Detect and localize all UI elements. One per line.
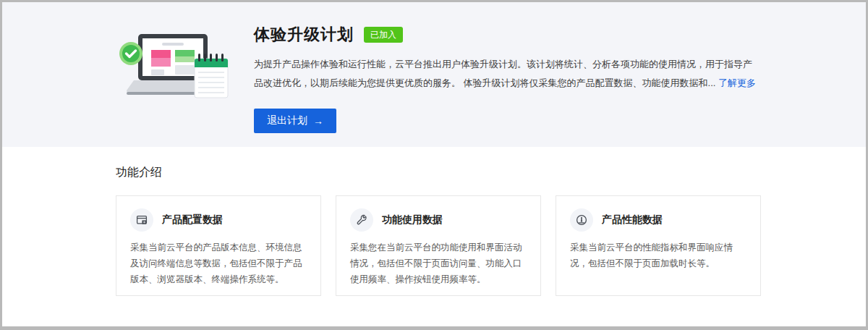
card-title: 产品配置数据 xyxy=(162,213,223,227)
card-description: 采集当前云平台的性能指标和界面响应情况，包括但不限于页面加载时长等。 xyxy=(570,240,746,271)
card-title: 功能使用数据 xyxy=(382,213,443,227)
hero-content: 体验升级计划 已加入 为提升产品操作体验和运行性能，云平台推出用户体验升级计划。… xyxy=(254,24,775,133)
arrow-right-icon: → xyxy=(313,116,323,126)
window-config-icon xyxy=(130,208,153,232)
page-title: 体验升级计划 xyxy=(254,24,354,46)
quit-plan-button-label: 退出计划 xyxy=(267,114,307,127)
quit-plan-button[interactable]: 退出计划 → xyxy=(254,109,336,133)
features-heading: 功能介绍 xyxy=(116,165,866,180)
feature-cards: 产品配置数据 采集当前云平台的产品版本信息、环境信息及访问终端信息等数据，包括但… xyxy=(116,195,866,296)
plan-description: 为提升产品操作体验和运行性能，云平台推出用户体验升级计划。该计划将统计、分析各项… xyxy=(254,55,760,93)
laptop-checkmark-illustration xyxy=(114,31,234,103)
features-section: 功能介绍 产品配置数据 采集当前云平台的产品版本信息、环境信息及访问终端信息等数… xyxy=(2,147,866,296)
learn-more-link[interactable]: 了解更多 xyxy=(718,77,756,88)
card-title: 产品性能数据 xyxy=(602,213,663,227)
hero-banner: 体验升级计划 已加入 为提升产品操作体验和运行性能，云平台推出用户体验升级计划。… xyxy=(2,2,866,147)
gauge-icon xyxy=(570,208,593,232)
plan-description-text: 为提升产品操作体验和运行性能，云平台推出用户体验升级计划。该计划将统计、分析各项… xyxy=(254,59,752,88)
joined-status-badge: 已加入 xyxy=(364,27,403,43)
feature-card-feature-usage: 功能使用数据 采集您在当前云平台的功能使用和界面活动情况，包括但不限于页面访问量… xyxy=(336,195,541,296)
card-description: 采集当前云平台的产品版本信息、环境信息及访问终端信息等数据，包括但不限于产品版本… xyxy=(130,240,307,287)
feature-card-product-performance: 产品性能数据 采集当前云平台的性能指标和界面响应情况，包括但不限于页面加载时长等… xyxy=(556,195,761,296)
wrench-icon xyxy=(350,208,373,232)
page-frame: 体验升级计划 已加入 为提升产品操作体验和运行性能，云平台推出用户体验升级计划。… xyxy=(0,0,868,330)
card-description: 采集您在当前云平台的功能使用和界面活动情况，包括但不限于页面访问量、功能入口使用… xyxy=(350,240,527,287)
feature-card-product-config: 产品配置数据 采集当前云平台的产品版本信息、环境信息及访问终端信息等数据，包括但… xyxy=(116,195,321,296)
